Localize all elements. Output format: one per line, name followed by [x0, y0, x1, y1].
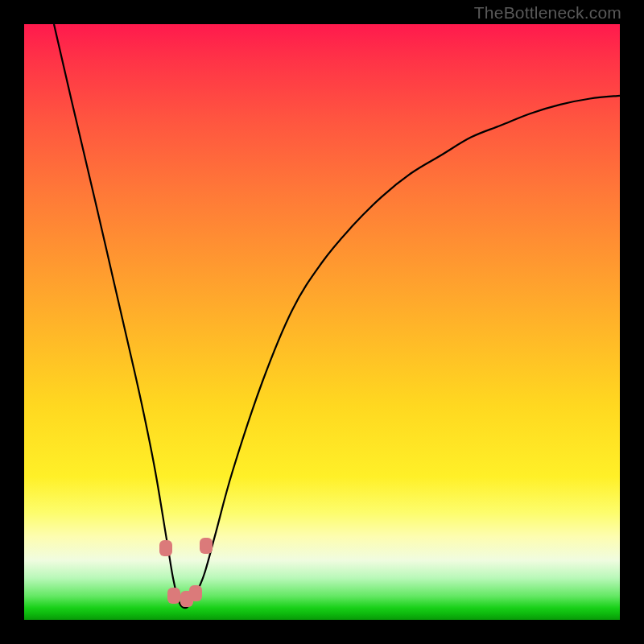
data-marker [167, 588, 180, 604]
watermark-text: TheBottleneck.com [474, 3, 621, 23]
data-marker [159, 540, 172, 556]
data-marker [200, 538, 213, 554]
data-marker [189, 585, 202, 601]
markers-layer [24, 24, 620, 620]
chart-frame [24, 24, 620, 620]
